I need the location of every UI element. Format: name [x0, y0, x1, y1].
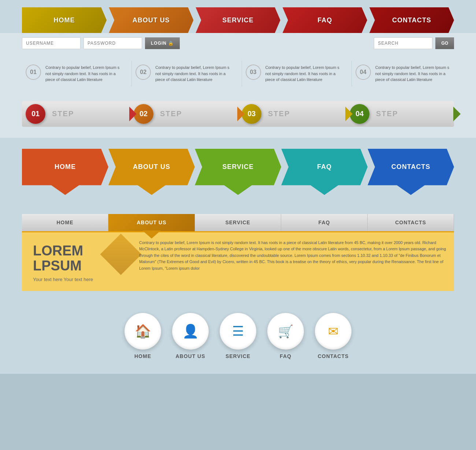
nav-tab-service[interactable]: SERVICE	[196, 7, 280, 33]
nav-flat-faq-label: FAQ	[319, 220, 330, 225]
password-input[interactable]	[83, 37, 142, 49]
arrow-nav-about[interactable]: ABOUT US	[108, 149, 195, 185]
list-icon: ☰	[232, 324, 244, 339]
step-circle-4: 04	[350, 104, 369, 124]
nav-tab-home[interactable]: HOME	[22, 7, 107, 33]
chevron-contacts	[368, 185, 454, 196]
section4: 🏠 HOME 👤 ABOUT US ☰ SERVICE 🛒 FAQ ✉ CONT…	[0, 302, 476, 374]
step-arrow-3	[345, 107, 353, 121]
circle-home-button[interactable]: 🏠	[124, 313, 161, 350]
arrow-nav-faq-label: FAQ	[317, 163, 332, 171]
info-section: 01 Contrary to popular belief, Lorem Ips…	[0, 54, 476, 97]
nav-tab-faq-label: FAQ	[317, 16, 332, 24]
step-label-2: STEP	[160, 110, 182, 118]
info-text-2: Contrary to popular belief, Lorem Ipsum …	[155, 64, 230, 83]
info-box-3: 03 Contrary to popular belief, Lorem Ips…	[242, 61, 344, 86]
arrow-nav-about-label: ABOUT US	[133, 163, 170, 171]
content-subtitle: Your text here Your text here	[33, 277, 117, 282]
nav-flat-active[interactable]: ABOUT US	[108, 214, 195, 231]
circle-service-button[interactable]: ☰	[220, 313, 256, 350]
login-bar: LOGIN 🔒 GO	[0, 33, 476, 54]
step-circle-2: 02	[134, 104, 153, 124]
nav-flat-faq[interactable]: FAQ	[281, 214, 368, 231]
login-button[interactable]: LOGIN 🔒	[145, 37, 180, 49]
mail-icon: ✉	[328, 324, 338, 339]
nav-flat-contacts-label: CONTACTS	[395, 220, 426, 225]
section2: HOME ABOUT US SERVICE FAQ CONTACTS	[0, 138, 476, 207]
step-arrow-2	[237, 107, 245, 121]
info-text-4: Contrary to popular belief, Lorem Ipsum …	[375, 64, 450, 83]
info-box-2: 02 Contrary to popular belief, Lorem Ips…	[131, 61, 234, 86]
nav-top: HOME ABOUT US SERVICE FAQ CONTACTS	[22, 7, 454, 33]
circle-nav-service[interactable]: ☰ SERVICE	[220, 313, 256, 359]
circle-nav-contacts[interactable]: ✉ CONTACTS	[315, 313, 352, 359]
step-item-4[interactable]: 04 STEP	[346, 101, 454, 127]
step-arrow-1	[129, 107, 137, 121]
home-icon: 🏠	[135, 324, 151, 339]
nav-flat-home[interactable]: HOME	[22, 214, 108, 231]
nav-tab-about[interactable]: ABOUT US	[109, 7, 193, 33]
nav-tab-home-label: HOME	[54, 16, 75, 24]
arrow-nav-service-label: SERVICE	[222, 163, 254, 171]
steps-bar: 01 STEP 02 STEP 03 STEP 04 STEP	[22, 101, 454, 127]
arrow-nav-contacts[interactable]: CONTACTS	[368, 149, 454, 185]
nav-arrows-chevrons	[22, 185, 454, 196]
arrow-nav-contacts-label: CONTACTS	[391, 163, 431, 171]
step-label-1: STEP	[52, 110, 74, 118]
step-label-3: STEP	[268, 110, 290, 118]
circle-contacts-button[interactable]: ✉	[315, 313, 352, 350]
circle-about-button[interactable]: 👤	[172, 313, 209, 350]
nav-tab-contacts-label: CONTACTS	[392, 16, 431, 24]
step-circle-1: 01	[26, 104, 45, 124]
info-num-1: 01	[26, 64, 41, 80]
content-body: Contrary to popular belief, Lorem Ipsum …	[124, 232, 454, 291]
nav-tab-faq[interactable]: FAQ	[283, 7, 367, 33]
circle-nav-home[interactable]: 🏠 HOME	[124, 313, 161, 359]
nav-flat-active-label: ABOUT US	[137, 220, 166, 225]
cart-icon: 🛒	[278, 324, 293, 339]
go-button[interactable]: GO	[435, 37, 454, 49]
circle-faq-button[interactable]: 🛒	[267, 313, 304, 350]
circle-contacts-label: CONTACTS	[318, 353, 349, 359]
info-num-3: 03	[246, 64, 261, 80]
nav-flat-service[interactable]: SERVICE	[195, 214, 281, 231]
circle-home-label: HOME	[134, 353, 151, 359]
nav-flat: HOME ABOUT US SERVICE FAQ CONTACTS ABOUT…	[22, 214, 454, 232]
arrow-nav-faq[interactable]: FAQ	[281, 149, 368, 185]
circle-faq-label: FAQ	[280, 353, 291, 359]
info-num-4: 04	[356, 64, 371, 80]
search-input[interactable]	[374, 37, 432, 49]
person-icon: 👤	[182, 324, 199, 339]
nav-flat-contacts[interactable]: CONTACTS	[368, 214, 454, 231]
info-text-3: Contrary to popular belief, Lorem Ipsum …	[265, 64, 341, 83]
nav-tab-contacts[interactable]: CONTACTS	[369, 7, 454, 33]
step-circle-3: 03	[242, 104, 261, 124]
nav-arrows: HOME ABOUT US SERVICE FAQ CONTACTS	[22, 149, 454, 185]
step-item-1[interactable]: 01 STEP	[22, 101, 130, 127]
info-text-1: Contrary to popular belief, Lorem Ipsum …	[45, 64, 120, 83]
content-left: LOREM LPSUM Your text here Your text her…	[22, 232, 124, 291]
section3: HOME ABOUT US SERVICE FAQ CONTACTS ABOUT…	[0, 207, 476, 302]
step-item-2[interactable]: 02 STEP	[130, 101, 238, 127]
arrow-nav-service[interactable]: SERVICE	[195, 149, 281, 185]
circle-about-label: ABOUT US	[175, 353, 205, 359]
circle-nav-about[interactable]: 👤 ABOUT US	[172, 313, 209, 359]
step-label-4: STEP	[376, 110, 398, 118]
chevron-about	[108, 185, 195, 196]
circle-nav-faq[interactable]: 🛒 FAQ	[267, 313, 304, 359]
circle-service-label: SERVICE	[226, 353, 250, 359]
info-box-1: 01 Contrary to popular belief, Lorem Ips…	[22, 61, 124, 86]
nav-tab-service-label: SERVICE	[222, 16, 254, 24]
username-input[interactable]	[22, 37, 81, 49]
step-item-3[interactable]: 03 STEP	[238, 101, 346, 127]
chevron-home	[22, 185, 108, 196]
info-num-2: 02	[135, 64, 151, 80]
step-arrow-4	[453, 107, 461, 121]
chevron-faq	[281, 185, 368, 196]
arrow-nav-home[interactable]: HOME	[22, 149, 108, 185]
arrow-nav-home-label: HOME	[55, 163, 76, 171]
steps-section: 01 STEP 02 STEP 03 STEP 04 STEP	[0, 97, 476, 138]
content-area: LOREM LPSUM Your text here Your text her…	[22, 232, 454, 291]
info-box-4: 04 Contrary to popular belief, Lorem Ips…	[352, 61, 454, 86]
nav-tab-about-label: ABOUT US	[133, 16, 170, 24]
